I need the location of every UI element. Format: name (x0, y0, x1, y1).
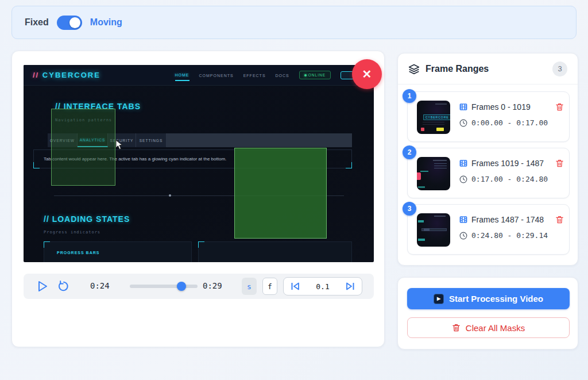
film-icon (459, 159, 467, 167)
range-number-badge: 3 (403, 202, 416, 216)
range-time-label: 0:24.80 - 0:29.14 (471, 231, 548, 240)
corner-bracket-icon (346, 162, 352, 168)
frame-ranges-title: Frame Ranges (425, 64, 489, 74)
start-processing-button[interactable]: ▶ Start Processing Video (407, 288, 570, 309)
film-icon (459, 103, 467, 111)
logo-text: CYBERCORE (42, 71, 100, 79)
range-time-label: 0:17.00 - 0:24.80 (471, 175, 548, 183)
divider-dot (169, 194, 171, 197)
range-thumbnail-2 (417, 157, 450, 190)
range-frames-label: Frames 1019 - 1487 (471, 159, 544, 168)
corner-bracket-icon (33, 162, 40, 168)
nav-item-components: COMPONENTS (199, 70, 234, 80)
clear-all-masks-button[interactable]: Clear All Masks (407, 317, 570, 338)
frame-ranges-header: Frame Ranges 3 (398, 53, 578, 85)
online-status-badge: ONLINE (299, 71, 331, 79)
frame-step-group: 0.1 (283, 277, 362, 295)
mask-rect-1[interactable] (51, 109, 115, 186)
frame-range-item[interactable]: Frames 1487 - 1748 0:24.80 - 0:29.14 (407, 204, 570, 255)
nav-item-docs: DOCS (276, 70, 289, 80)
range-frames-label: Frames 0 - 1019 (471, 102, 531, 112)
mask-rect-2[interactable] (234, 148, 327, 239)
mouse-cursor-icon (115, 140, 123, 150)
layers-icon (408, 63, 420, 75)
step-forward-button[interactable] (346, 282, 355, 290)
toggle-knob[interactable] (69, 17, 80, 28)
nav-item-effects: EFFECTS (243, 70, 266, 80)
moving-label: Moving (90, 17, 122, 28)
play-button[interactable] (37, 281, 48, 292)
seconds-mode-button[interactable]: s (242, 278, 257, 295)
trash-icon (452, 323, 461, 332)
logo-slashes: // (33, 71, 39, 79)
fixed-moving-toggle[interactable] (57, 16, 82, 30)
frame-range-item[interactable]: Frames 1019 - 1487 0:17.00 - 0:24.80 (407, 148, 570, 198)
delete-range-button[interactable] (555, 159, 564, 168)
nav-item-home: HOME (175, 70, 189, 81)
range-number-badge: 1 (403, 89, 416, 103)
range-thumbnail-1: CYBERCORE (417, 101, 450, 134)
play-badge-icon: ▶ (434, 294, 444, 304)
current-time: 0:24 (90, 281, 110, 290)
frames-mode-button[interactable]: f (262, 278, 277, 295)
close-icon: ✕ (362, 67, 372, 81)
step-back-button[interactable] (291, 282, 300, 290)
delete-range-button[interactable] (555, 102, 564, 112)
loading-panel-right (198, 241, 352, 262)
tab-settings: SETTINGS (136, 133, 167, 147)
loading-states-title: // LOADING STATES (44, 214, 130, 224)
progress-bars-label: PROGRESS BARS (57, 251, 99, 255)
video-page-navbar: // CYBERCORE HOME COMPONENTS EFFECTS DOC… (24, 65, 374, 86)
mode-bar: Fixed Moving (11, 6, 577, 39)
seek-slider[interactable] (130, 285, 198, 288)
range-thumbnail-3 (417, 213, 450, 247)
step-value: 0.1 (316, 282, 329, 291)
video-preview[interactable]: // CYBERCORE HOME COMPONENTS EFFECTS DOC… (24, 65, 374, 262)
range-frames-label: Frames 1487 - 1748 (471, 215, 544, 224)
player-card: // CYBERCORE HOME COMPONENTS EFFECTS DOC… (11, 51, 385, 347)
range-count-badge: 3 (552, 62, 567, 76)
fixed-label: Fixed (25, 17, 49, 28)
clock-icon (459, 175, 467, 183)
range-number-badge: 2 (403, 145, 416, 159)
clock-icon (459, 232, 467, 240)
corner-bracket-icon (44, 241, 50, 248)
clock-icon (459, 119, 467, 127)
actions-panel: ▶ Start Processing Video Clear All Masks (397, 277, 578, 350)
frame-ranges-panel: Frame Ranges 3 1 CYBERCORE Frames 0 - 10… (397, 53, 578, 266)
loading-states-subtitle: Progress indicators (44, 230, 100, 235)
delete-range-button[interactable] (555, 215, 564, 224)
frame-range-item[interactable]: CYBERCORE Frames 0 - 1019 0:00.00 - 0:17… (407, 91, 570, 142)
seek-slider-knob[interactable] (177, 282, 186, 291)
close-video-button[interactable]: ✕ (352, 59, 382, 89)
playback-controls-bar: 0:24 0:29 s f 0.1 (24, 274, 374, 299)
film-icon (459, 216, 467, 224)
range-time-label: 0:00.00 - 0:17.00 (471, 118, 548, 127)
restart-button[interactable] (58, 281, 69, 292)
total-time: 0:29 (203, 281, 222, 290)
progress-bars-panel: PROGRESS BARS (44, 241, 192, 262)
cybercore-logo: // CYBERCORE (33, 71, 100, 79)
online-dot-icon (304, 74, 307, 76)
corner-bracket-icon (198, 241, 204, 248)
